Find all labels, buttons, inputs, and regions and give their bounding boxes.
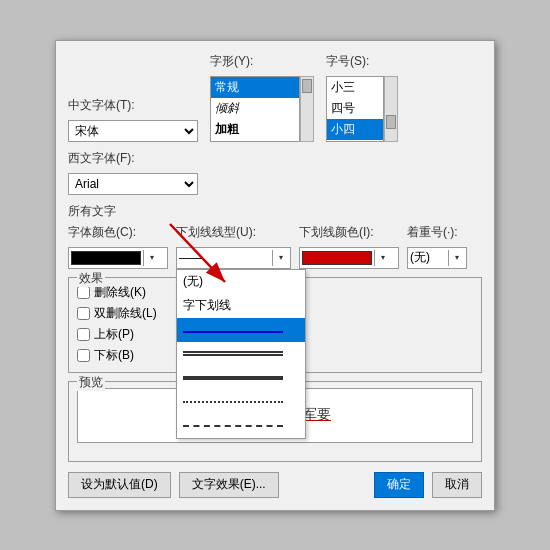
- chinese-font-select[interactable]: 宋体: [68, 120, 198, 142]
- font-style-scrollbar[interactable]: [300, 76, 314, 142]
- underline-opt-thick[interactable]: [177, 366, 305, 390]
- double-strikethrough-checkbox[interactable]: [77, 307, 90, 320]
- superscript-label: 上标(P): [94, 326, 134, 343]
- emphasis-col: 着重号(·): (无) ▾: [407, 224, 467, 269]
- superscript-checkbox[interactable]: [77, 328, 90, 341]
- font-size-opt-1[interactable]: 小三: [327, 77, 383, 98]
- preview-label: 预览: [77, 374, 105, 391]
- font-size-list[interactable]: 小三 四号 小四: [326, 76, 384, 142]
- font-style-col: 字形(Y): 常规 倾斜 加粗: [210, 53, 314, 142]
- font-size-opt-2[interactable]: 四号: [327, 98, 383, 119]
- font-top-row: 中文字体(T): 宋体 字形(Y): 常规 倾斜 加粗 字号(S):: [68, 53, 482, 142]
- western-font-select[interactable]: Arial: [68, 173, 198, 195]
- underline-type-col: 下划线线型(U): —— ▾ (无) 字下划线: [176, 224, 291, 269]
- strikethrough-checkbox[interactable]: [77, 286, 90, 299]
- font-color-label: 字体颜色(C):: [68, 224, 168, 241]
- font-style-option-bold[interactable]: 加粗: [211, 119, 299, 140]
- chinese-font-label: 中文字体(T):: [68, 97, 198, 114]
- underline-opt-dotted[interactable]: [177, 390, 305, 414]
- underline-opt-dashed[interactable]: [177, 414, 305, 438]
- all-text-label: 所有文字: [68, 203, 482, 220]
- underline-type-wrapper: —— ▾ (无) 字下划线: [176, 247, 291, 269]
- text-effects-button[interactable]: 文字效果(E)...: [179, 472, 279, 498]
- underline-color-label: 下划线颜色(I):: [299, 224, 399, 241]
- western-font-col: 西文字体(F): Arial: [68, 150, 198, 195]
- font-style-list[interactable]: 常规 倾斜 加粗: [210, 76, 300, 142]
- font-style-option-italic[interactable]: 倾斜: [211, 98, 299, 119]
- ok-button[interactable]: 确定: [374, 472, 424, 498]
- western-font-label: 西文字体(F):: [68, 150, 198, 167]
- superscript-row: 上标(P): [77, 326, 157, 343]
- underline-solid-line: [183, 331, 283, 333]
- effects-col-left: 删除线(K) 双删除线(L) 上标(P) 下标(B): [77, 284, 157, 364]
- font-color-select[interactable]: ▾: [68, 247, 168, 269]
- font-color-swatch: [71, 251, 141, 265]
- underline-color-col: 下划线颜色(I): ▾: [299, 224, 399, 269]
- subscript-row: 下标(B): [77, 347, 157, 364]
- bottom-buttons: 设为默认值(D) 文字效果(E)... 确定 取消: [68, 472, 482, 498]
- underline-color-swatch: [302, 251, 372, 265]
- underline-thick-line: [183, 376, 283, 380]
- underline-dotted-line: [183, 401, 283, 403]
- font-color-arrow[interactable]: ▾: [143, 250, 159, 266]
- font-dialog: 中文字体(T): 宋体 字形(Y): 常规 倾斜 加粗 字号(S):: [55, 40, 495, 511]
- font-size-col: 字号(S): 小三 四号 小四: [326, 53, 398, 142]
- underline-color-arrow[interactable]: ▾: [374, 250, 390, 266]
- underline-opt-double[interactable]: [177, 342, 305, 366]
- underline-type-arrow[interactable]: ▾: [272, 250, 288, 266]
- underline-opt-word[interactable]: 字下划线: [177, 294, 305, 318]
- double-strikethrough-label: 双删除线(L): [94, 305, 157, 322]
- bottom-left-buttons: 设为默认值(D) 文字效果(E)...: [68, 472, 279, 498]
- font-style-label: 字形(Y):: [210, 53, 314, 70]
- bottom-right-buttons: 确定 取消: [374, 472, 482, 498]
- font-size-scrollbar[interactable]: [384, 76, 398, 142]
- font-style-option-regular[interactable]: 常规: [211, 77, 299, 98]
- subscript-label: 下标(B): [94, 347, 134, 364]
- emphasis-select[interactable]: (无) ▾: [407, 247, 467, 269]
- underline-double-line: [183, 351, 283, 356]
- font-size-opt-3[interactable]: 小四: [327, 119, 383, 140]
- underline-opt-none[interactable]: (无): [177, 270, 305, 294]
- subscript-checkbox[interactable]: [77, 349, 90, 362]
- color-underline-row: 字体颜色(C): ▾ 下划线线型(U): —— ▾ (无) 字下划线: [68, 224, 482, 269]
- underline-type-value: ——: [179, 251, 270, 265]
- underline-dropdown-list: (无) 字下划线: [176, 269, 306, 439]
- effects-label: 效果: [77, 270, 105, 287]
- emphasis-value: (无): [410, 249, 446, 266]
- western-font-row: 西文字体(F): Arial: [68, 150, 482, 195]
- emphasis-label: 着重号(·):: [407, 224, 467, 241]
- cancel-button[interactable]: 取消: [432, 472, 482, 498]
- underline-color-select[interactable]: ▾: [299, 247, 399, 269]
- chinese-font-col: 中文字体(T): 宋体: [68, 97, 198, 142]
- font-size-label: 字号(S):: [326, 53, 398, 70]
- underline-type-btn[interactable]: —— ▾: [176, 247, 291, 269]
- font-color-col: 字体颜色(C): ▾: [68, 224, 168, 269]
- underline-type-label: 下划线线型(U):: [176, 224, 291, 241]
- double-strikethrough-row: 双删除线(L): [77, 305, 157, 322]
- underline-opt-solid[interactable]: [177, 318, 305, 342]
- underline-dashed-line: [183, 425, 283, 427]
- default-button[interactable]: 设为默认值(D): [68, 472, 171, 498]
- emphasis-arrow[interactable]: ▾: [448, 250, 464, 266]
